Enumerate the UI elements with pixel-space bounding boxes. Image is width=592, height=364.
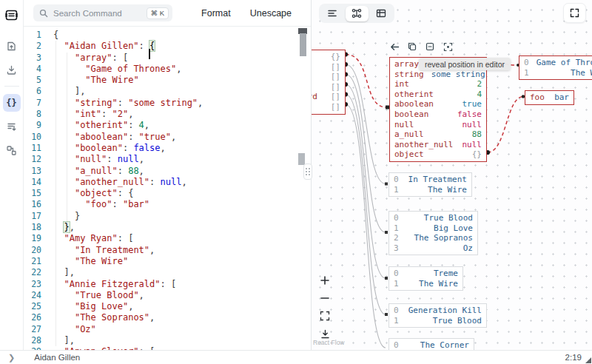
root-object-node[interactable]: Aidan Gillen{}Amy Ryan[]Annie Fitzgerald… [312, 50, 346, 115]
code-line[interactable]: "boolean": false, [53, 143, 203, 154]
line-number: 17 [24, 211, 41, 222]
code-line[interactable]: "a_null": 88, [53, 166, 203, 177]
node-row: Aidan Gillen{} [312, 52, 345, 62]
node-row: a_null88 [390, 129, 486, 140]
back-arrow-icon[interactable] [389, 41, 400, 52]
chevron-right-icon[interactable]: ❯ [8, 354, 15, 362]
code-line[interactable]: "The Wire" [53, 75, 203, 86]
node-row: booleanfalse [390, 109, 486, 120]
code-line[interactable]: "string": "some string", [53, 98, 203, 109]
node-row: Anwan Glover[] [312, 82, 345, 92]
code-line[interactable]: } [53, 211, 203, 222]
node-row: 0True Blood [389, 213, 477, 223]
foo-bar-node[interactable]: foobar [525, 90, 574, 105]
line-number: 22 [24, 267, 41, 278]
code-line[interactable]: "The Sopranos", [53, 312, 203, 323]
line-number: 18 [24, 222, 41, 233]
alice-farmer-array-node[interactable]: 0The Corner [388, 338, 474, 350]
table-view-icon [376, 9, 386, 18]
table-view-button[interactable] [370, 6, 393, 21]
fit-view-button[interactable] [317, 309, 332, 323]
copy-icon[interactable] [407, 41, 417, 52]
zoom-in-button[interactable] [317, 274, 332, 287]
tooltip: reveal position in editor [419, 58, 511, 70]
focus-node-icon[interactable] [443, 41, 453, 52]
line-number: 8 [24, 109, 41, 120]
code-line[interactable]: ], [53, 267, 203, 278]
graph-canvas[interactable]: reveal position in editor Aidan Gillen{}… [312, 0, 592, 350]
node-row: Annie Fitzgerald[] [312, 72, 345, 82]
line-number: 4 [24, 64, 41, 75]
code-line[interactable]: ], [53, 335, 203, 346]
code-line[interactable]: "another_null": null, [53, 177, 203, 188]
sort-icon[interactable] [3, 118, 21, 135]
line-number: 20 [24, 245, 41, 256]
cursor-position: 2:19 [565, 353, 582, 362]
zoom-out-button[interactable] [317, 291, 332, 305]
amy-ryan-array-node[interactable]: 0In Treatment1The Wire [388, 172, 472, 197]
line-number: 19 [24, 233, 41, 244]
node-toolbar [389, 41, 453, 52]
code-line[interactable]: "Amy Ryan": [ [53, 233, 203, 244]
node-row: Amy Ryan[] [312, 62, 345, 73]
code-line[interactable]: { [53, 30, 203, 41]
window-resize-handle[interactable] [585, 357, 591, 363]
panel-resize-handle[interactable] [303, 164, 312, 180]
line-number: 23 [24, 279, 41, 290]
json-braces-icon[interactable]: {} [3, 94, 21, 112]
code-line[interactable]: "Game of Thrones", [53, 64, 203, 75]
line-number: 21 [24, 256, 41, 267]
list-view-button[interactable] [321, 6, 344, 21]
code-line[interactable]: "In Treatment", [53, 245, 203, 256]
transform-nodes-icon[interactable] [3, 141, 21, 159]
code-lines: { "Aidan Gillen": { "array": [ "Game of … [53, 30, 203, 350]
import-file-icon[interactable] [3, 37, 21, 55]
node-row: 3Oz [389, 243, 477, 254]
node-row: stringsome string [390, 70, 486, 80]
line-number: 7 [24, 98, 41, 109]
node-row: otherint4 [390, 90, 486, 100]
game-of-thrones-node[interactable]: 0Game of Thrones1The Wire [519, 55, 592, 80]
line-number: 24 [24, 290, 41, 301]
code-line[interactable]: "True Blood", [53, 290, 203, 301]
code-line[interactable]: "The Wire" [53, 256, 203, 267]
collapse-node-icon[interactable] [425, 41, 435, 52]
app-logo[interactable] [3, 6, 21, 24]
code-line[interactable]: "array": [ [53, 53, 203, 64]
annie-fitzgerald-array-node[interactable]: 0True Blood1Big Love2The Sopranos3Oz [388, 211, 478, 255]
search-placeholder: Search Command [53, 9, 147, 18]
code-line[interactable]: "Aidan Gillen": { [53, 41, 203, 52]
search-input[interactable]: Search Command ⌘ K [33, 4, 172, 21]
line-number: 26 [24, 312, 41, 323]
graph-view-button[interactable] [346, 6, 369, 21]
anwan-glover-array-node[interactable]: 0Treme1The Wire [388, 266, 463, 291]
code-line[interactable]: ], [53, 86, 203, 97]
line-number: 16 [24, 199, 41, 210]
editor-scrollbar-thumb[interactable] [300, 33, 306, 56]
unescape-button[interactable]: Unescape [250, 8, 292, 18]
node-row: 1The Wire [389, 185, 471, 195]
line-number: 6 [24, 86, 41, 97]
code-line[interactable]: "otherint": 4, [53, 120, 203, 131]
line-number: 13 [24, 166, 41, 177]
alexander-skarsgard-array-node[interactable]: 0Generation Kill1True Blood [388, 303, 487, 328]
code-line[interactable]: "aboolean": "true", [53, 132, 203, 143]
json-code-editor[interactable]: 1234567891011121314151617181920212223242… [24, 27, 311, 350]
search-icon [39, 9, 48, 18]
code-line[interactable]: "Oz" [53, 324, 203, 335]
download-icon[interactable] [3, 61, 21, 78]
code-line[interactable]: "null": null, [53, 154, 203, 165]
code-line[interactable]: "object": { [53, 188, 203, 199]
format-button[interactable]: Format [201, 8, 231, 18]
code-line[interactable]: "Big Love", [53, 301, 203, 312]
line-number: 2 [24, 41, 41, 52]
code-line[interactable]: "int": "2", [53, 109, 203, 120]
fullscreen-button[interactable] [563, 3, 586, 23]
node-row: 2The Sopranos [389, 233, 477, 243]
code-line[interactable]: "Annie Fitzgerald": [ [53, 279, 203, 290]
node-row: object{} [390, 149, 486, 160]
code-line[interactable]: }, [53, 222, 203, 233]
aidan-gillen-node[interactable]: array[]stringsome stringint2otherint4abo… [389, 57, 487, 162]
code-line[interactable]: "foo": "bar" [53, 199, 203, 210]
node-row: Alexander Skarsgard[] [312, 92, 345, 102]
